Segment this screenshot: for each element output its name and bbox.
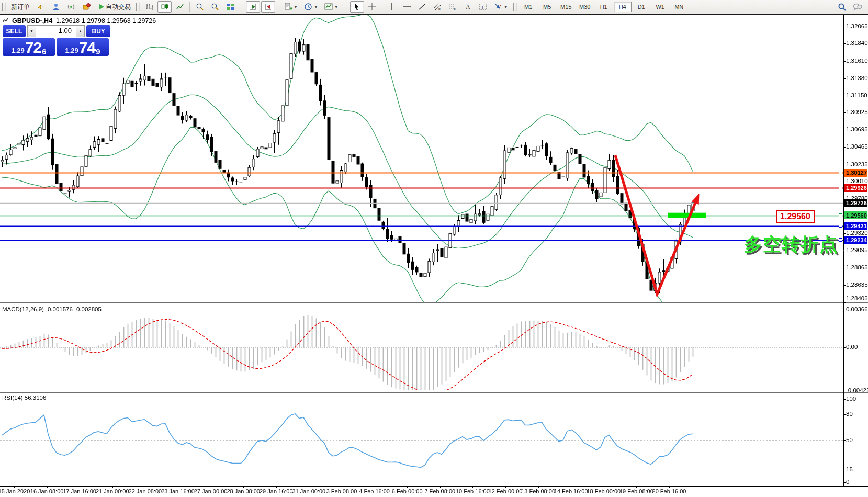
chart-canvas[interactable] [0,0,868,497]
turning-point-annotation[interactable]: 多空转折点 [744,232,838,257]
time-tick: 3 Feb 08:00 [326,488,357,494]
rsi-tick: 80 [846,411,853,417]
time-tick: 12 Feb 00:00 [489,488,523,494]
price-tick: 1.31840 [846,40,868,46]
time-tick: 27 Jan 00:00 [194,488,228,494]
crosshair-button[interactable] [365,1,379,13]
community-icon [51,3,60,12]
buy-button[interactable]: BUY [86,25,110,37]
volume-increase-button[interactable]: ▲ [76,25,85,37]
label-icon: T [479,3,488,12]
timeframe-M1[interactable]: M1 [520,2,537,12]
time-tick: 13 Feb 08:00 [521,488,555,494]
time-tick: 23 Jan 16:00 [161,488,195,494]
shapes-button[interactable]: ▼ [491,1,511,13]
signals-button[interactable] [64,1,78,13]
alerts-icon [36,3,45,12]
timeframe-W1[interactable]: W1 [651,2,669,12]
autotrading-label: 自动交易 [106,3,131,12]
price-tick: 1.30010 [846,178,868,184]
buy-price-sup: 9 [96,48,100,55]
sell-price-small: 1.29 [11,47,24,54]
volume-input[interactable] [36,25,76,36]
price-badge-1.29726: 1.29726 [844,199,867,207]
horizontal-line-button[interactable] [400,1,414,13]
vps-button[interactable] [79,1,93,13]
chat-icon [853,3,862,12]
tile-windows-button[interactable] [223,1,237,13]
label-button[interactable]: T [476,1,490,13]
price-tick: 1.29095 [846,247,868,253]
svg-text:A: A [466,3,470,10]
trendline-button[interactable] [415,1,430,13]
fibonacci-button[interactable]: F [446,1,460,13]
volume-decrease-button[interactable]: ▼ [27,25,36,37]
time-tick: 28 Jan 08:00 [227,488,260,494]
price-badge-1.29234: 1.29234 [844,236,867,244]
line-chart-button[interactable] [173,1,187,13]
sell-price-sup: 6 [42,48,46,55]
fibonacci-icon: F [448,3,457,12]
candlestick-button[interactable] [157,1,172,13]
bar-chart-button[interactable] [142,1,156,13]
cursor-button[interactable] [350,1,364,13]
alerts-button[interactable] [33,1,48,13]
chat-button[interactable] [850,1,864,13]
price-tick: 1.31380 [846,75,868,81]
dropdown-caret: ▼ [334,5,339,9]
time-tick: 16 Jan 08:00 [30,488,64,494]
timeframe-H4[interactable]: H4 [614,2,632,12]
toolbar-grip [2,3,6,11]
chart-symbol-period: GBPUSD-,H4 [12,17,52,25]
rsi-tick: 100 [846,396,856,402]
macd-tick: 0.00 [846,344,858,350]
periods-button[interactable]: ▼ [301,1,321,13]
auto-scroll-button[interactable] [246,1,260,13]
text-icon: A [464,3,472,12]
timeframe-D1[interactable]: D1 [633,2,650,12]
price-box-annotation[interactable]: 1.29560 [776,210,815,223]
time-tick: 18 Feb 00:00 [587,488,621,494]
vertical-line-button[interactable] [385,1,399,13]
zoom-in-icon [195,3,204,12]
price-tick: 1.30235 [846,161,868,167]
sell-button[interactable]: SELL [3,25,26,37]
timeframe-M5[interactable]: M5 [538,2,556,12]
shapes-icon [494,3,503,12]
time-tick: 15 Jan 2020 [0,488,30,494]
timeframe-M15[interactable]: M15 [557,2,575,12]
templates-button[interactable]: ▼ [281,1,300,13]
indicators-button[interactable]: ▼ [322,1,341,13]
search-icon [838,3,847,12]
indicators-icon [324,3,333,12]
community-button[interactable] [49,1,63,13]
zoom-out-button[interactable] [208,1,222,13]
rsi-tick: 50 [846,437,853,443]
timeframe-bar: M1M5M15M30H1H4D1W1MN [519,2,689,12]
timeframe-M30[interactable]: M30 [576,2,594,12]
trendline-icon [418,3,427,12]
timeframe-MN[interactable]: MN [670,2,688,12]
toolbar-separator [382,2,382,12]
time-tick: 22 Jan 08:00 [129,488,162,494]
new-order-button[interactable]: 新订单 [8,1,32,13]
search-button[interactable] [835,1,849,13]
timeframe-H1[interactable]: H1 [595,2,613,12]
chart-shift-icon [264,3,273,12]
toolbar-grip [513,3,517,11]
autotrading-button[interactable]: 自动交易 [94,1,133,13]
buy-price-display[interactable]: 1.29 74 9 [57,38,109,56]
time-tick: 19 Feb 08:00 [619,488,653,494]
price-tick: 1.31150 [846,92,867,98]
tile-windows-icon [226,3,234,12]
rsi-indicator-label: RSI(14) 56.3106 [2,394,46,401]
channel-button[interactable]: E [431,1,445,13]
vps-icon [82,3,91,12]
text-button[interactable]: A [461,1,475,13]
periods-icon [304,3,313,12]
zoom-in-button[interactable] [193,1,207,13]
sell-price-display[interactable]: 1.29 72 6 [3,38,55,56]
chart-shift-button[interactable] [261,1,275,13]
price-tick: 1.32065 [846,23,868,29]
templates-icon [284,3,292,12]
